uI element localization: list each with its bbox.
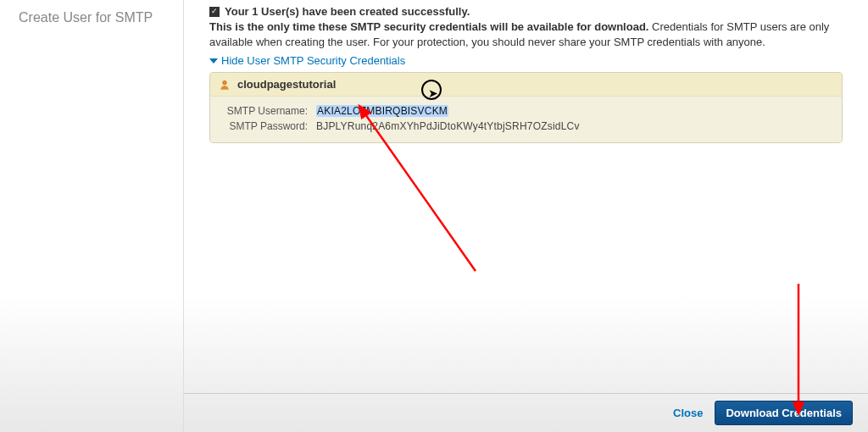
success-message: ✓ Your 1 User(s) have been created succe…	[209, 5, 843, 18]
smtp-password-label: SMTP Password:	[219, 119, 308, 134]
footer-bar: Close Download Credentials	[184, 393, 868, 432]
check-icon: ✓	[209, 7, 220, 17]
sidebar: Create User for SMTP	[0, 0, 183, 25]
close-button[interactable]: Close	[673, 407, 703, 419]
page-title: Create User for SMTP	[19, 10, 183, 25]
smtp-username-row: SMTP Username: AKIA2LO7MBIRQBISVCKM	[219, 103, 833, 119]
toggle-credentials-link[interactable]: Hide User SMTP Security Credentials	[209, 54, 405, 67]
main-panel: ✓ Your 1 User(s) have been created succe…	[183, 0, 868, 432]
credentials-header: cloudpagestutorial	[210, 73, 842, 97]
toggle-credentials-label: Hide User SMTP Security Credentials	[221, 54, 405, 67]
credentials-user-name: cloudpagestutorial	[237, 78, 336, 91]
warning-note: This is the only time these SMTP securit…	[209, 19, 843, 49]
user-icon	[219, 79, 231, 91]
smtp-password-row: SMTP Password: BJPLYRunq2A6mXYhPdJiDtoKW…	[219, 119, 833, 134]
credentials-body: SMTP Username: AKIA2LO7MBIRQBISVCKM SMTP…	[210, 97, 842, 142]
success-text: Your 1 User(s) have been created success…	[225, 5, 470, 18]
chevron-down-icon	[209, 58, 218, 64]
smtp-username-value[interactable]: AKIA2LO7MBIRQBISVCKM	[316, 103, 448, 119]
smtp-password-value[interactable]: BJPLYRunq2A6mXYhPdJiDtoKWy4tYtbjSRH7OZsi…	[316, 119, 580, 134]
credentials-panel: cloudpagestutorial SMTP Username: AKIA2L…	[209, 72, 843, 143]
smtp-username-label: SMTP Username:	[219, 103, 308, 119]
download-credentials-button[interactable]: Download Credentials	[715, 401, 853, 425]
warning-note-bold: This is the only time these SMTP securit…	[209, 20, 648, 33]
